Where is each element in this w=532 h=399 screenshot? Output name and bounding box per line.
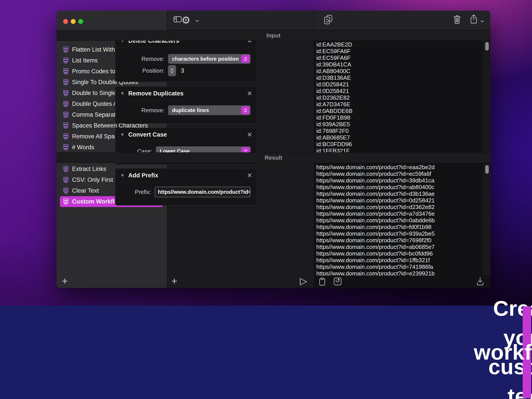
- input-panel-header: Input: [57, 30, 490, 41]
- disclosure-triangle-icon[interactable]: ▼: [120, 132, 125, 137]
- zoom-window-button[interactable]: [78, 19, 83, 24]
- input-line: id:39DB41CA: [316, 61, 483, 68]
- input-line: id:EC59FA6F: [316, 48, 483, 55]
- result-line: https//www.domain.com/product?id=0d25842…: [316, 197, 483, 204]
- workflow-icon: [63, 112, 69, 118]
- desktop-wallpaper: Create your custom text workflows ⚙: [0, 0, 532, 399]
- remove-label: Remove:: [118, 107, 165, 114]
- input-line: id:7698F2F0: [316, 128, 483, 134]
- workflow-icon: [63, 68, 69, 75]
- workflow-icon: [63, 166, 69, 172]
- chevron-down-icon: [195, 20, 199, 22]
- share-menu-chevron[interactable]: [480, 19, 484, 24]
- caption-band: Create your custom text workflows: [0, 306, 532, 399]
- result-line: https//www.domain.com/product?id=eaa2be2…: [316, 164, 483, 171]
- input-line: id:AB80400C: [316, 68, 483, 74]
- input-scrollbar-thumb[interactable]: [485, 42, 489, 50]
- step-card-remove-duplicates: ▼ Remove Duplicates ✕ Remove: duplicate …: [115, 86, 257, 123]
- prefix-input[interactable]: https//www.domain.com/product?id=: [155, 187, 250, 197]
- input-line: id:EAA2BE2D: [316, 41, 483, 48]
- download-icon: [476, 277, 484, 286]
- select-value: duplicate lines: [172, 107, 209, 113]
- minimize-window-button[interactable]: [71, 19, 76, 24]
- input-line: id:D3B136AE: [316, 74, 483, 81]
- prefix-value: https//www.domain.com/product?id=: [158, 189, 250, 195]
- remove-mode-select[interactable]: characters before position: [168, 54, 250, 64]
- result-line: https//www.domain.com/product?id=fd0f1b9…: [316, 224, 483, 230]
- position-label: Position:: [118, 67, 165, 74]
- workflow-icon: [63, 177, 69, 183]
- input-line: id:0D258421: [316, 88, 483, 94]
- workflow-icon: [63, 101, 69, 107]
- toggle-sidebar-button[interactable]: [173, 16, 182, 24]
- result-line: https//www.domain.com/product?id=bc0fdd9…: [316, 250, 483, 257]
- prefix-label: Prefix:: [118, 189, 151, 196]
- select-cap: [241, 106, 250, 114]
- workflow-icon: [63, 198, 69, 205]
- run-workflow-menu-button[interactable]: ⚙: [181, 14, 190, 26]
- result-scrollbar[interactable]: [483, 163, 490, 276]
- up-down-chevrons-icon: [170, 68, 174, 73]
- input-line: id:939A2BE5: [316, 121, 483, 128]
- step-title: Convert Case: [128, 131, 167, 138]
- replace-input-button[interactable]: ↺: [333, 277, 342, 287]
- plus-icon: +: [171, 275, 177, 287]
- workflow-icon: [63, 144, 69, 151]
- share-icon: [470, 14, 478, 24]
- close-window-button[interactable]: [63, 19, 68, 24]
- result-line: https//www.domain.com/product?id=7698f2f…: [316, 237, 483, 244]
- workflow-menu-chevron[interactable]: [195, 19, 199, 23]
- sidebar-toggle-icon: [173, 16, 182, 23]
- select-value: characters before position: [172, 56, 239, 62]
- input-text-area[interactable]: id:EAA2BE2Did:EC59FA6Fid:EC59FA6Fid:39DB…: [316, 41, 483, 152]
- remove-step-button[interactable]: ✕: [247, 131, 252, 138]
- replace-arrow-icon: ↺: [335, 277, 340, 284]
- step-header: ▼ Add Prefix ✕: [115, 168, 257, 183]
- result-line: https//www.domain.com/product?id=d3b136a…: [316, 190, 483, 197]
- remove-label: Remove:: [118, 55, 165, 62]
- disclosure-triangle-icon[interactable]: ▼: [120, 91, 125, 96]
- result-text-area[interactable]: https//www.domain.com/product?id=eaa2be2…: [316, 164, 483, 276]
- position-row: Position: 3: [118, 65, 184, 76]
- step-card-delete-characters: ▼ Delete Characters ✕ Remove: characters…: [115, 34, 257, 82]
- remove-step-button[interactable]: ✕: [247, 90, 252, 97]
- workflow-label: Clear Text: [72, 187, 99, 194]
- remove-row: Remove: duplicate lines: [118, 105, 250, 115]
- workflow-icon: [63, 57, 69, 64]
- duplicates-mode-select[interactable]: duplicate lines: [168, 105, 250, 115]
- play-icon: ▷: [300, 276, 307, 286]
- io-bottom-divider: [314, 276, 490, 276]
- share-button[interactable]: [470, 14, 478, 25]
- remove-step-button[interactable]: ✕: [247, 172, 252, 179]
- input-line: id:EC59FA6F: [316, 55, 483, 61]
- select-cap: [241, 55, 250, 63]
- step-header: ▼ Convert Case ✕: [115, 128, 257, 142]
- clipboard-sync-button[interactable]: [324, 15, 333, 26]
- result-line: https//www.domain.com/product?id=939a2be…: [316, 230, 483, 237]
- result-line: https//www.domain.com/product?id=ab80400…: [316, 184, 483, 190]
- result-panel-title: Result: [265, 154, 282, 161]
- input-panel-title: Input: [266, 32, 281, 39]
- result-line: https//www.domain.com/product?id=0abdde6…: [316, 217, 483, 224]
- workflow-icon: [63, 133, 69, 140]
- disclosure-triangle-icon[interactable]: ▼: [120, 173, 125, 178]
- workflow-label: List Items: [72, 57, 98, 64]
- prefix-row: Prefix: https//www.domain.com/product?id…: [118, 187, 250, 197]
- input-line: id:FD0F1B98: [316, 114, 483, 121]
- add-workflow-button[interactable]: +: [62, 276, 68, 286]
- workflow-icon: [63, 47, 69, 53]
- save-result-button[interactable]: [476, 277, 484, 287]
- trash-icon: [453, 15, 461, 24]
- run-workflow-button[interactable]: ▷: [300, 276, 307, 286]
- add-step-button[interactable]: +: [171, 276, 177, 286]
- result-line: https//www.domain.com/product?id=e239921…: [316, 270, 483, 276]
- step-card-add-prefix: ▼ Add Prefix ✕ Prefix: https//www.domain…: [115, 168, 257, 205]
- position-stepper[interactable]: [168, 65, 176, 76]
- input-line: id:0D258421: [316, 81, 483, 88]
- window-controls: [63, 19, 83, 24]
- input-scrollbar[interactable]: [483, 41, 490, 152]
- result-scrollbar-thumb[interactable]: [485, 165, 489, 174]
- copy-result-button[interactable]: [319, 277, 326, 287]
- result-line: https//www.domain.com/product?id=39db41c…: [316, 177, 483, 184]
- delete-text-button[interactable]: [453, 15, 461, 25]
